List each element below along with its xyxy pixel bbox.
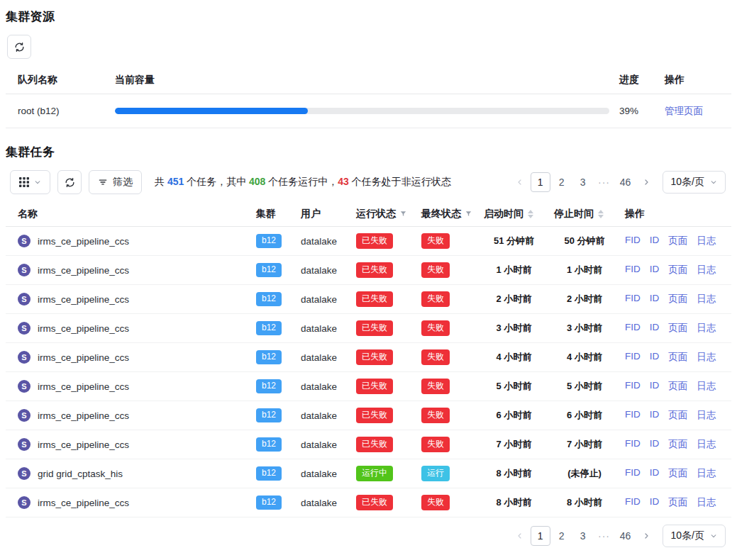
fid-link[interactable]: FID <box>625 293 641 306</box>
resource-row: root (b12) 39% 管理页面 <box>6 94 731 128</box>
pagination-page[interactable]: 1 <box>531 172 550 192</box>
run-status-badge: 已失败 <box>356 291 393 306</box>
id-link[interactable]: ID <box>650 293 660 306</box>
tasks-toolbar: 筛选 共 451 个任务，其中 408 个任务运行中，43 个任务处于非运行状态… <box>6 170 731 194</box>
avatar: S <box>18 264 31 276</box>
page-link[interactable]: 页面 <box>668 467 687 480</box>
pagination-page[interactable]: 2 <box>552 526 572 546</box>
page-size-select[interactable]: 10条/页 <box>663 171 726 194</box>
user-name: datalake <box>301 352 356 363</box>
log-link[interactable]: 日志 <box>697 351 716 364</box>
page-link[interactable]: 页面 <box>668 322 687 335</box>
start-time: 3 小时前 <box>484 322 554 335</box>
cluster-resources-title: 集群资源 <box>6 9 731 25</box>
run-status-badge: 运行中 <box>356 466 393 481</box>
column-settings-button[interactable] <box>10 170 50 194</box>
log-link[interactable]: 日志 <box>697 235 716 247</box>
fid-link[interactable]: FID <box>625 409 641 422</box>
task-name: irms_ce_pipeline_ccs <box>38 265 129 276</box>
id-link[interactable]: ID <box>650 467 660 480</box>
log-link[interactable]: 日志 <box>697 380 716 393</box>
log-link[interactable]: 日志 <box>697 264 716 276</box>
run-status-filter-icon[interactable] <box>399 210 407 218</box>
chevron-left-icon <box>516 178 524 186</box>
final-status-filter-icon[interactable] <box>465 210 472 218</box>
id-link[interactable]: ID <box>650 322 660 335</box>
start-time-sort-icon[interactable] <box>528 210 533 218</box>
cluster-tag: b12 <box>256 234 282 247</box>
task-name: irms_ce_pipeline_ccs <box>38 352 129 363</box>
user-name: datalake <box>301 236 356 247</box>
cluster-tag: b12 <box>256 495 282 509</box>
id-link[interactable]: ID <box>650 351 660 364</box>
user-name: datalake <box>301 294 356 305</box>
page-link[interactable]: 页面 <box>668 264 687 276</box>
pagination-page[interactable]: 2 <box>552 172 572 192</box>
tasks-refresh-button[interactable] <box>57 170 82 194</box>
page-link[interactable]: 页面 <box>668 496 687 509</box>
id-link[interactable]: ID <box>650 235 660 247</box>
manage-page-link[interactable]: 管理页面 <box>665 106 703 116</box>
id-link[interactable]: ID <box>650 409 660 422</box>
avatar: S <box>18 496 31 509</box>
pagination-prev-button[interactable] <box>511 172 529 192</box>
cluster-tag: b12 <box>256 466 282 480</box>
page-link[interactable]: 页面 <box>668 293 687 306</box>
log-link[interactable]: 日志 <box>697 496 716 509</box>
fid-link[interactable]: FID <box>625 380 641 393</box>
page-size-select[interactable]: 10条/页 <box>663 525 726 547</box>
cluster-tag: b12 <box>256 437 282 451</box>
fid-link[interactable]: FID <box>625 496 641 509</box>
log-link[interactable]: 日志 <box>697 467 716 480</box>
fid-link[interactable]: FID <box>625 467 641 480</box>
log-link[interactable]: 日志 <box>697 409 716 422</box>
start-time: 4 小时前 <box>484 351 554 364</box>
resources-refresh-button[interactable] <box>7 35 31 59</box>
id-link[interactable]: ID <box>650 496 660 509</box>
log-link[interactable]: 日志 <box>697 438 716 451</box>
final-status-badge: 失败 <box>421 379 450 393</box>
stop-time: (未停止) <box>554 467 625 480</box>
fid-link[interactable]: FID <box>625 322 641 335</box>
pagination-page[interactable]: 3 <box>573 526 593 546</box>
run-status-badge: 已失败 <box>356 495 393 510</box>
fid-link[interactable]: FID <box>625 264 641 276</box>
col-resource-action: 操作 <box>665 74 727 86</box>
chevron-right-icon <box>642 178 650 186</box>
fid-link[interactable]: FID <box>625 351 641 364</box>
stop-time-sort-icon[interactable] <box>598 210 604 218</box>
id-link[interactable]: ID <box>650 380 660 393</box>
filter-button-label: 筛选 <box>113 176 133 189</box>
run-status-badge: 已失败 <box>356 408 393 422</box>
pagination-page[interactable]: ··· <box>594 526 614 546</box>
pagination-page[interactable]: 3 <box>573 172 593 192</box>
pagination-page[interactable]: 46 <box>616 172 636 192</box>
page-link[interactable]: 页面 <box>668 409 687 422</box>
fid-link[interactable]: FID <box>625 235 641 247</box>
log-link[interactable]: 日志 <box>697 293 716 306</box>
pagination-page[interactable]: 1 <box>531 526 550 546</box>
run-status-badge: 已失败 <box>356 349 393 364</box>
page-link[interactable]: 页面 <box>668 235 687 247</box>
pagination-page[interactable]: 46 <box>616 526 636 546</box>
pagination-next-button[interactable] <box>637 172 655 192</box>
table-row: S irms_ce_pipeline_ccs b12 datalake 已失败 … <box>6 488 731 517</box>
pagination-page[interactable]: ··· <box>594 172 614 192</box>
page-link[interactable]: 页面 <box>668 351 687 364</box>
log-link[interactable]: 日志 <box>697 322 716 335</box>
page-link[interactable]: 页面 <box>668 380 687 393</box>
col-user: 用户 <box>301 208 356 220</box>
col-actions: 操作 <box>625 208 726 220</box>
stop-time: 4 小时前 <box>554 351 625 364</box>
avatar: S <box>18 351 31 364</box>
pagination-pages: 1 2 3 ··· 46 <box>531 526 636 546</box>
id-link[interactable]: ID <box>650 438 660 451</box>
pagination-next-button[interactable] <box>637 526 655 546</box>
pagination-prev-button[interactable] <box>511 526 529 546</box>
start-time: 8 小时前 <box>484 467 554 480</box>
page-link[interactable]: 页面 <box>668 438 687 451</box>
run-status-badge: 已失败 <box>356 320 393 335</box>
fid-link[interactable]: FID <box>625 438 641 451</box>
filter-button[interactable]: 筛选 <box>89 170 142 194</box>
id-link[interactable]: ID <box>650 264 660 276</box>
